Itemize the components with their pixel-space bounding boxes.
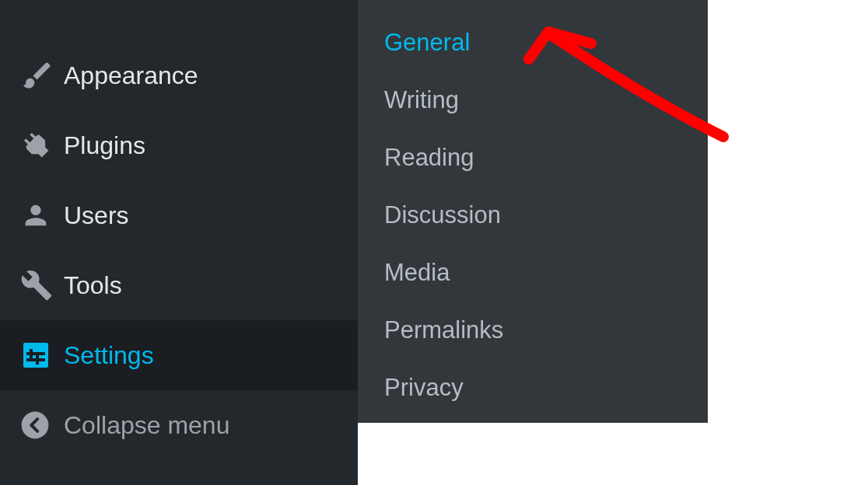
- sidebar-item-label: Users: [64, 201, 129, 230]
- submenu-item-writing[interactable]: Writing: [384, 72, 708, 129]
- collapse-label: Collapse menu: [64, 411, 229, 440]
- submenu-item-media[interactable]: Media: [384, 244, 708, 302]
- brush-icon: [20, 58, 64, 93]
- plug-icon: [20, 127, 64, 163]
- submenu-item-discussion[interactable]: Discussion: [384, 187, 708, 244]
- submenu-item-reading[interactable]: Reading: [384, 129, 708, 187]
- sidebar-item-tools[interactable]: Tools: [0, 250, 358, 320]
- submenu-item-permalinks[interactable]: Permalinks: [384, 302, 708, 359]
- sliders-icon: [20, 337, 64, 373]
- sidebar-item-users[interactable]: Users: [0, 180, 358, 250]
- sidebar-item-label: Plugins: [64, 131, 145, 160]
- user-icon: [20, 197, 64, 233]
- svg-point-0: [22, 412, 49, 439]
- sidebar-item-appearance[interactable]: Appearance: [0, 0, 358, 110]
- admin-sidebar: Appearance Plugins Users Tools Settings …: [0, 0, 358, 485]
- submenu-item-privacy[interactable]: Privacy: [384, 359, 708, 417]
- wrench-icon: [20, 267, 64, 303]
- settings-submenu: General Writing Reading Discussion Media…: [358, 0, 708, 423]
- sidebar-collapse[interactable]: Collapse menu: [0, 390, 358, 460]
- sidebar-item-label: Appearance: [64, 61, 198, 90]
- sidebar-item-settings[interactable]: Settings: [0, 320, 358, 390]
- submenu-item-general[interactable]: General: [384, 14, 708, 72]
- sidebar-item-label: Tools: [64, 271, 122, 300]
- collapse-icon: [20, 407, 64, 443]
- sidebar-item-plugins[interactable]: Plugins: [0, 110, 358, 180]
- sidebar-item-label: Settings: [64, 341, 154, 370]
